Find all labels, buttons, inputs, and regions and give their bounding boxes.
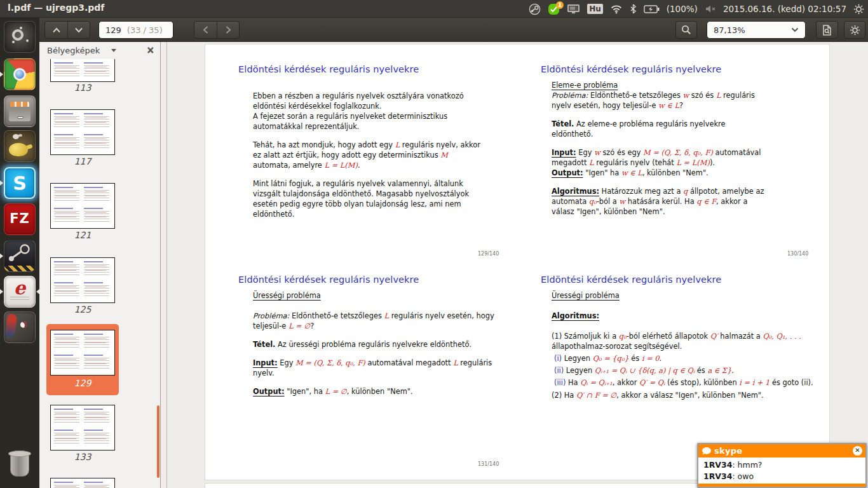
sidebar-header: Bélyegképek ×	[39, 42, 160, 59]
skype-message: 1RV34: hmm?	[703, 459, 860, 471]
skype-popup-footer-bar	[698, 484, 865, 487]
launcher-item-skype[interactable]: S	[4, 167, 36, 199]
volume-muted-icon[interactable]	[705, 4, 716, 13]
top-panel: l.pdf — ujregp3.pdf 1 Hu (100%)	[0, 0, 868, 18]
launcher-item-pony-app[interactable]	[4, 311, 36, 343]
running-indicator-chromium	[0, 72, 3, 77]
running-indicator-evince	[0, 289, 3, 294]
clock-indicator[interactable]: 2015.06.16. (kedd) 02:10:57	[723, 4, 846, 14]
thumbnail-page-129-selected[interactable]	[50, 330, 115, 376]
chevron-down-icon	[791, 27, 799, 32]
document-magnifier-icon	[822, 25, 832, 36]
history-nav-group	[194, 21, 240, 39]
pony-icon	[5, 313, 18, 337]
window-title: l.pdf — ujregp3.pdf	[8, 3, 104, 13]
skype-popup-header: skype ✕	[698, 444, 865, 458]
page-footer: 129/140	[478, 251, 499, 257]
slide-131: Eldöntési kérdések reguláris nyelvekre Ü…	[238, 274, 512, 396]
battery-percent-label[interactable]: (100%)	[667, 4, 698, 14]
launcher-item-steam[interactable]	[4, 240, 36, 272]
sidebar-mode-dropdown[interactable]: Bélyegképek	[47, 46, 100, 55]
pdf-toolbar: 129 (33 / 35) 87,13%	[39, 18, 868, 42]
launcher-item-evince[interactable]: e	[4, 276, 36, 308]
page-footer: 131/140	[478, 461, 499, 467]
thumbnail-page-137-partial[interactable]	[50, 478, 115, 488]
thumbnail-page-113[interactable]	[50, 59, 115, 82]
page-number-input[interactable]: 129 (33 / 35)	[98, 21, 173, 39]
page-count-label: (33 / 35)	[127, 25, 163, 35]
launcher-item-file-manager[interactable]	[4, 95, 36, 127]
page-up-button[interactable]	[45, 22, 67, 38]
slide-title: Eldöntési kérdések reguláris nyelvekre	[541, 274, 820, 285]
history-forward-button[interactable]	[217, 22, 239, 38]
thumbnail-page-117[interactable]	[50, 109, 115, 155]
zoom-select[interactable]: 87,13%	[707, 21, 806, 39]
monitor-tray-icon[interactable]	[567, 3, 580, 15]
file-cabinet-icon	[9, 109, 31, 121]
skype-wordmark: skype	[714, 446, 742, 456]
chromium-icon	[13, 68, 26, 81]
running-indicator-skype	[0, 180, 3, 186]
slide-130: Eldöntési kérdések reguláris nyelvekre E…	[541, 64, 820, 217]
thumbnail-page-121[interactable]	[50, 183, 115, 229]
keyboard-layout-indicator[interactable]: Hu	[587, 4, 603, 14]
sidebar-scrollbar[interactable]	[157, 405, 159, 478]
pane-divider	[166, 42, 167, 488]
sidebar-close-button[interactable]: ×	[146, 46, 154, 55]
lamp-icon	[9, 143, 28, 156]
battery-icon[interactable]	[644, 5, 660, 13]
skype-tray-icon[interactable]: 1	[548, 3, 560, 15]
search-icon	[681, 25, 691, 35]
ubuntu-logo-icon	[12, 29, 24, 41]
page-down-button[interactable]	[67, 22, 90, 38]
skype-notification-popup[interactable]: skype ✕ 1RV34: hmm? 1RV34: owo	[697, 443, 867, 488]
thumbnail-label: 129	[50, 378, 115, 388]
slide-132: Eldöntési kérdések reguláris nyelvekre Ü…	[541, 274, 820, 400]
thumbnail-page-125[interactable]	[50, 257, 115, 303]
thumbnail-label: 117	[50, 156, 115, 166]
gear-icon	[850, 25, 860, 36]
slide-title: Eldöntési kérdések reguláris nyelvekre	[238, 64, 486, 74]
chevron-down-icon[interactable]	[111, 49, 116, 52]
slide-title: Eldöntési kérdések reguláris nyelvekre	[541, 64, 820, 74]
launcher-item-ubuntu-dash[interactable]	[4, 21, 36, 53]
page-preview-button[interactable]	[816, 21, 838, 39]
trash-icon	[10, 454, 29, 477]
bluetooth-icon[interactable]	[630, 4, 637, 14]
zoom-level-value: 87,13%	[714, 25, 791, 35]
steam-tray-icon[interactable]	[529, 3, 541, 15]
desktop: l.pdf — ujregp3.pdf 1 Hu (100%)	[0, 0, 868, 488]
thumbnails-sidebar: Bélyegképek × 113 117 121 125 129 133	[39, 42, 161, 488]
unity-launcher: S FZ e	[0, 18, 39, 488]
skype-bubble-icon	[702, 447, 712, 456]
page-nav-group	[44, 21, 90, 39]
search-button[interactable]	[675, 21, 697, 39]
options-menu-button[interactable]	[844, 21, 865, 39]
page-footer: 130/140	[787, 251, 808, 257]
thumbnail-label: 125	[50, 304, 115, 315]
launcher-item-filezilla[interactable]: FZ	[4, 203, 36, 235]
launcher-item-trash[interactable]	[4, 448, 36, 480]
steam-piston-icon	[4, 241, 35, 265]
evince-e-icon: e	[4, 277, 35, 299]
page-number-value: 129	[105, 25, 121, 35]
skype-messages: 1RV34: hmm? 1RV34: owo	[698, 458, 865, 484]
launcher-item-chromium[interactable]	[4, 58, 36, 90]
slide-129: Eldöntési kérdések reguláris nyelvekre E…	[238, 64, 486, 219]
wifi-icon[interactable]	[610, 4, 623, 14]
skype-message: 1RV34: owo	[703, 471, 860, 482]
running-indicator-steam	[0, 254, 3, 259]
thumbnail-label: 133	[50, 452, 115, 462]
popup-close-button[interactable]: ✕	[853, 446, 862, 456]
history-back-button[interactable]	[194, 22, 217, 38]
thumbnail-label: 113	[50, 83, 115, 93]
thumbnail-label: 121	[50, 230, 115, 240]
session-gear-icon[interactable]	[853, 4, 864, 15]
thumbnail-page-133[interactable]	[50, 405, 115, 451]
slide-title: Eldöntési kérdések reguláris nyelvekre	[238, 274, 512, 285]
system-tray: 1 Hu (100%) 2015.06.16. (kedd) 02:10:57	[529, 0, 864, 18]
skype-unread-badge: 1	[556, 1, 564, 9]
launcher-item-tea-lamp[interactable]	[4, 130, 36, 162]
